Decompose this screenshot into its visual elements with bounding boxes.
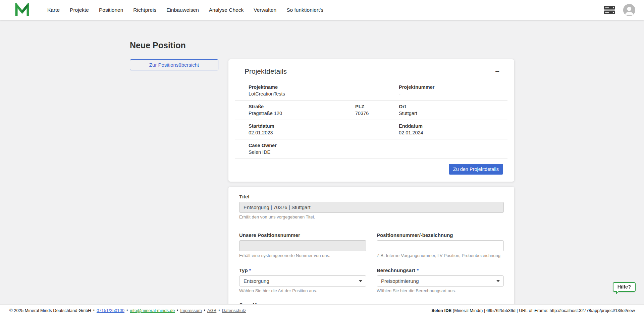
- nav-item-verwalten[interactable]: Verwalten: [249, 4, 281, 16]
- enddatum-label: Enddatum: [399, 123, 504, 129]
- unsere-positionsnummer-helper-text: Erhält eine systemgenerierte Nummer von …: [239, 253, 366, 258]
- plz-label: PLZ: [355, 103, 399, 110]
- nav-item-so-funktionierts[interactable]: So funktioniert's: [281, 4, 328, 16]
- datenschutz-link[interactable]: Datenschutz: [222, 308, 246, 313]
- projektname-value: LotCreationTests: [249, 90, 399, 97]
- case-owner-value: Selen IDE: [249, 149, 504, 155]
- typ-field-group: Typ * Entsorgung Wählen Sie hier die Art…: [239, 267, 366, 293]
- table-row: Straße Pragstraße 120 PLZ 70376 Ort Stut…: [235, 100, 507, 120]
- projektnummer-label: Projektnummer: [399, 84, 504, 90]
- copyright-text: © 2025 Mineral Minds Deutschland GmbH: [9, 308, 91, 313]
- project-details-table: Projektname LotCreationTests Projektnumm…: [235, 81, 507, 159]
- unsere-positionsnummer-input: [239, 240, 366, 251]
- new-position-form-card: Titel Erhält den von uns vorgegebenen Ti…: [228, 187, 514, 316]
- strasse-label: Straße: [249, 103, 355, 110]
- separator-dot: •: [126, 308, 128, 313]
- typ-select[interactable]: Entsorgung: [239, 275, 366, 287]
- help-button[interactable]: Hilfe?: [613, 282, 636, 292]
- app-logo[interactable]: [15, 3, 30, 17]
- session-user: Selen IDE: [431, 308, 451, 313]
- separator-dot: •: [177, 308, 178, 313]
- titel-field-group: Titel Erhält den von uns vorgegebenen Ti…: [239, 194, 504, 219]
- phone-link[interactable]: 07151/250100: [97, 308, 124, 313]
- startdatum-label: Startdatum: [249, 123, 399, 129]
- enddatum-value: 02.01.2024: [399, 129, 504, 136]
- top-navbar: Karte Projekte Positionen Richtpreis Ein…: [0, 0, 644, 20]
- project-card-title: Projektdetails: [245, 67, 287, 75]
- table-row: Projektname LotCreationTests Projektnumm…: [235, 81, 507, 100]
- typ-label: Typ *: [239, 267, 366, 273]
- nav-item-richtpreis[interactable]: Richtpreis: [128, 4, 161, 16]
- impressum-link[interactable]: Impressum: [180, 308, 202, 313]
- server-icon[interactable]: [604, 6, 615, 14]
- footer: © 2025 Mineral Minds Deutschland GmbH • …: [0, 304, 644, 316]
- unsere-positionsnummer-label: Unsere Positionsnummer: [239, 232, 366, 238]
- mineral-minds-logo-icon: [15, 3, 30, 17]
- unsere-positionsnummer-field-group: Unsere Positionsnummer Erhält eine syste…: [239, 232, 366, 258]
- left-column: Zur Positionsübersicht: [130, 59, 218, 70]
- positionsnummer-label: Positionsnummer/-bezeichnung: [377, 232, 504, 238]
- ort-value: Stuttgart: [399, 110, 504, 117]
- chevron-down-icon: [496, 280, 500, 282]
- typ-select-value: Entsorgung: [244, 278, 269, 284]
- main-content: Neue Position Zur Positionsübersicht Pro…: [130, 20, 514, 316]
- to-project-details-button[interactable]: Zu den Projektdetails: [449, 164, 503, 175]
- table-row: Startdatum 02.01.2023 Enddatum 02.01.202…: [235, 120, 507, 139]
- berechnungsart-label: Berechnungsart *: [377, 267, 504, 273]
- session-info: Selen IDE (Mineral Minds) | 69576255536d…: [431, 308, 635, 313]
- case-owner-label: Case Owner: [249, 142, 504, 149]
- titel-label: Titel: [239, 194, 504, 199]
- positionsnummer-helper-text: Z.B. Interne-Vorgangsnummer, LV-Position…: [377, 253, 504, 258]
- project-details-card: Projektdetails − Projektname LotCreation…: [228, 59, 514, 182]
- plz-value: 70376: [355, 110, 399, 117]
- separator-dot: •: [93, 308, 95, 313]
- berechnungsart-helper-text: Wählen Sie hier die Berechnungsart aus.: [377, 288, 504, 293]
- back-to-positions-button[interactable]: Zur Positionsübersicht: [130, 59, 218, 70]
- positionsnummer-field-group: Positionsnummer/-bezeichnung Z.B. Intern…: [377, 232, 504, 258]
- footer-links: © 2025 Mineral Minds Deutschland GmbH • …: [9, 308, 246, 313]
- agb-link[interactable]: AGB: [207, 308, 216, 313]
- startdatum-value: 02.01.2023: [249, 129, 399, 136]
- table-row: Case Owner Selen IDE: [235, 139, 507, 159]
- right-column: Projektdetails − Projektname LotCreation…: [228, 59, 514, 316]
- separator-dot: •: [204, 308, 205, 313]
- berechnungsart-select-value: Preisoptimierung: [381, 278, 419, 284]
- session-details: (Mineral Minds) | 69576255536d | URL of …: [451, 308, 635, 313]
- required-asterisk: *: [249, 267, 251, 273]
- nav-item-projekte[interactable]: Projekte: [65, 4, 94, 16]
- email-link[interactable]: info@mineral-minds.de: [130, 308, 175, 313]
- collapse-card-button[interactable]: −: [495, 68, 499, 75]
- titel-input: [239, 202, 504, 213]
- navbar-right-controls: [604, 4, 635, 16]
- help-button-label: Hilfe?: [618, 284, 631, 290]
- main-navigation: Karte Projekte Positionen Richtpreis Ein…: [42, 4, 328, 16]
- chevron-down-icon: [359, 280, 362, 282]
- page-title: Neue Position: [130, 40, 514, 50]
- nav-item-analyse-check[interactable]: Analyse Check: [204, 4, 249, 16]
- person-icon: [623, 4, 635, 16]
- user-avatar[interactable]: [623, 4, 635, 16]
- strasse-value: Pragstraße 120: [249, 110, 355, 117]
- projektnummer-value: -: [399, 90, 504, 97]
- required-asterisk: *: [417, 267, 419, 273]
- separator-dot: •: [218, 308, 220, 313]
- titel-helper-text: Erhält den von uns vorgegebenen Titel.: [239, 214, 504, 219]
- berechnungsart-select[interactable]: Preisoptimierung: [377, 275, 504, 287]
- projektname-label: Projektname: [249, 84, 399, 90]
- ort-label: Ort: [399, 103, 504, 110]
- positionsnummer-input[interactable]: [377, 240, 504, 251]
- title-divider: [130, 53, 514, 53]
- nav-item-positionen[interactable]: Positionen: [94, 4, 128, 16]
- typ-helper-text: Wählen Sie hier die Art der Position aus…: [239, 288, 366, 293]
- nav-item-einbauweisen[interactable]: Einbauweisen: [161, 4, 204, 16]
- berechnungsart-field-group: Berechnungsart * Preisoptimierung Wählen…: [377, 267, 504, 293]
- nav-item-karte[interactable]: Karte: [42, 4, 65, 16]
